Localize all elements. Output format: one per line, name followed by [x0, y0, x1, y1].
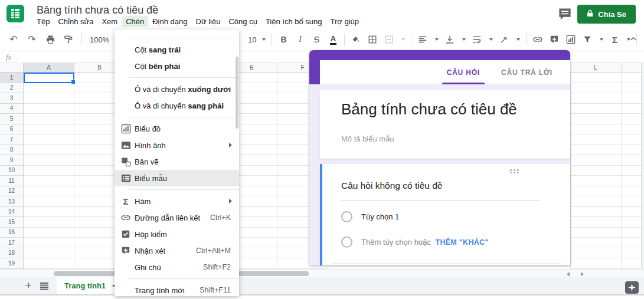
cell-partial-3[interactable] [622, 93, 642, 104]
add-option-row[interactable]: Thêm tùy chọn hoặc THÊM "KHÁC" [341, 236, 489, 247]
cell-L1[interactable] [570, 73, 622, 83]
chevron-down-icon[interactable] [462, 38, 466, 41]
cell-A10[interactable] [24, 166, 74, 176]
cell-A19[interactable] [24, 258, 74, 269]
row-header-4[interactable]: 4 [0, 104, 24, 114]
cell-L17[interactable] [570, 238, 622, 248]
row-header-3[interactable]: 3 [0, 93, 24, 104]
column-header-L[interactable]: L [570, 63, 622, 73]
chevron-down-icon[interactable] [435, 38, 439, 41]
add-other-link[interactable]: THÊM "KHÁC" [435, 238, 488, 247]
menubar-item-9[interactable]: Trợ giúp [326, 16, 364, 27]
cell-A12[interactable] [24, 186, 74, 197]
row-header-10[interactable]: 10 [0, 166, 24, 176]
row-header-16[interactable]: 16 [0, 228, 24, 238]
chevron-down-icon[interactable] [516, 38, 520, 41]
insert-menu-item-bi-u-m-u[interactable]: Biểu mẫu [115, 170, 239, 186]
italic-button[interactable]: I [295, 34, 305, 45]
row-header-12[interactable]: 12 [0, 186, 24, 197]
row-header-15[interactable]: 15 [0, 217, 24, 228]
cell-partial-4[interactable] [622, 104, 642, 114]
text-wrap-icon[interactable] [472, 34, 482, 45]
cell-L4[interactable] [570, 104, 622, 114]
cell-L10[interactable] [570, 166, 622, 176]
font-size-select[interactable]: 10 [248, 34, 266, 45]
paint-format-icon[interactable] [63, 34, 74, 45]
collapse-toolbar-icon[interactable] [629, 34, 638, 46]
chevron-down-icon[interactable] [401, 38, 405, 41]
scroll-right-arrow[interactable] [581, 272, 584, 277]
comment-history-icon[interactable] [558, 7, 572, 21]
add-option-text[interactable]: Thêm tùy chọn [361, 238, 412, 247]
text-rotation-icon[interactable] [499, 34, 509, 45]
menubar-item-5[interactable]: Định dạng [148, 16, 191, 27]
cell-partial-1[interactable] [622, 73, 642, 83]
insert-menu-item-sang-ph-i[interactable]: Ô và di chuyển sang phải [115, 97, 239, 114]
cell-partial-12[interactable] [622, 186, 642, 197]
cell-A4[interactable] [24, 104, 74, 114]
cell-partial-5[interactable] [622, 114, 642, 124]
cell-partial-16[interactable] [622, 228, 642, 238]
select-all-corner[interactable] [0, 63, 24, 73]
insert-menu-item-nh-n-x-t[interactable]: Nhận xétCtrl+Alt+M [115, 242, 239, 259]
chevron-down-icon[interactable] [489, 38, 493, 41]
cell-L5[interactable] [570, 114, 622, 124]
forms-tab-responses[interactable]: CÂU TRẢ LỜI [491, 60, 563, 84]
menubar-item-8[interactable]: Tiện ích bổ sung [261, 16, 326, 27]
insert-menu-item-b-n-ph-i[interactable]: Cột bên phải [115, 58, 239, 74]
cell-partial-9[interactable] [622, 155, 642, 166]
cell-A9[interactable] [24, 155, 74, 166]
insert-menu-item-h-m[interactable]: ΣHàm [115, 193, 239, 209]
row-header-14[interactable]: 14 [0, 207, 24, 218]
row-header-6[interactable]: 6 [0, 124, 24, 135]
cell-L7[interactable] [570, 134, 622, 145]
row-header-11[interactable]: 11 [0, 176, 24, 186]
cell-partial-15[interactable] [622, 217, 642, 228]
cell-partial-10[interactable] [622, 166, 642, 176]
cell-L19[interactable] [570, 258, 622, 269]
undo-icon[interactable]: ↶ [8, 34, 19, 45]
functions-icon[interactable]: Σ [609, 34, 620, 45]
zoom-select[interactable]: 100% [90, 34, 117, 45]
strikethrough-button[interactable]: S [311, 34, 322, 45]
row-header-19[interactable]: 19 [0, 258, 24, 269]
insert-chart-icon[interactable] [565, 34, 576, 45]
menu-scrollbar-thumb[interactable] [236, 57, 238, 129]
print-icon[interactable] [45, 34, 55, 45]
cell-partial-14[interactable] [622, 207, 642, 218]
radio-icon[interactable] [341, 211, 352, 222]
form-title[interactable]: Bảng tính chưa có tiêu đề [341, 100, 517, 119]
all-sheets-icon[interactable] [39, 281, 50, 294]
cell-L16[interactable] [570, 228, 622, 238]
insert-menu-item-bi-u-[interactable]: Biểu đồ [115, 120, 239, 137]
form-title-card[interactable]: Bảng tính chưa có tiêu đề Mô tả biểu mẫu [320, 90, 570, 159]
row-header-1[interactable]: 1 [0, 73, 24, 83]
cell-L12[interactable] [570, 186, 622, 197]
cell-A2[interactable] [24, 83, 74, 94]
cell-L2[interactable] [570, 83, 622, 94]
insert-menu-item-b-n-v-[interactable]: Bản vẽ [115, 153, 239, 170]
cell-A17[interactable] [24, 238, 74, 248]
text-color-button[interactable]: A [330, 35, 336, 45]
row-header-7[interactable]: 7 [0, 134, 24, 145]
cell-L15[interactable] [570, 217, 622, 228]
selected-cell-a1[interactable] [24, 73, 74, 83]
option-row[interactable]: Tùy chọn 1 [341, 211, 399, 222]
question-title[interactable]: Câu hỏi không có tiêu đề [341, 180, 442, 191]
sheet-tab[interactable]: Trang tính1 [57, 277, 123, 294]
vertical-align-icon[interactable] [444, 34, 455, 45]
menubar-item-3[interactable]: Xem [97, 16, 122, 27]
cell-partial-11[interactable] [622, 176, 642, 186]
cell-partial-8[interactable] [622, 145, 642, 156]
sheets-logo-icon[interactable] [6, 5, 24, 22]
cell-partial-17[interactable] [622, 238, 642, 248]
filter-icon[interactable] [582, 34, 593, 45]
insert-menu-item-h-p-ki-m[interactable]: Hộp kiểm [115, 226, 239, 242]
cell-partial-7[interactable] [622, 134, 642, 145]
insert-menu-item-trang-t-nh-m-i[interactable]: Trang tính mớiShift+F11 [115, 282, 239, 296]
row-header-2[interactable]: 2 [0, 83, 24, 94]
insert-menu-item-h-nh-nh[interactable]: Hình ảnh [115, 137, 239, 153]
cell-A5[interactable] [24, 114, 74, 124]
cell-A15[interactable] [24, 217, 74, 228]
chevron-down-icon[interactable] [600, 38, 603, 41]
